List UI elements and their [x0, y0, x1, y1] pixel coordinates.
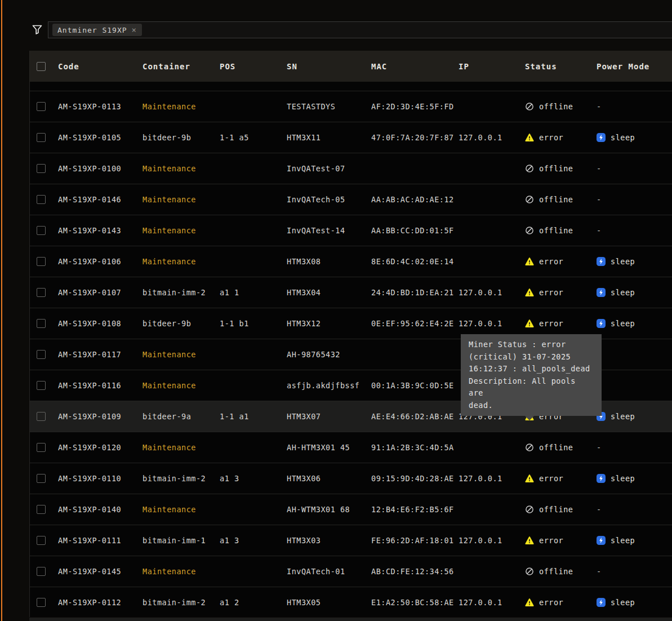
mac-address: AB:CD:FE:12:34:56 [371, 567, 459, 576]
serial-number: AH-HTM3X01_45 [287, 443, 371, 452]
row-checkbox[interactable] [37, 350, 46, 359]
mac-address: AA:BB:CC:DD:01:5F [371, 226, 459, 235]
row-checkbox-cell [30, 226, 58, 235]
table-row[interactable]: AM-S19XP-0100MaintenanceInvQATest-07offl… [30, 153, 672, 184]
container-name: bitmain-imm-1 [143, 536, 220, 545]
filter-funnel-icon[interactable] [31, 24, 43, 36]
row-checkbox[interactable] [37, 102, 46, 111]
table-row[interactable]: AM-S19XP-0113MaintenanceTESTASTDYSAF:2D:… [30, 91, 672, 122]
row-checkbox-cell [30, 536, 58, 545]
status-cell[interactable]: offline [525, 567, 597, 576]
pos-value: a1_3 [220, 474, 287, 483]
column-header-code: Code [58, 62, 143, 71]
status-label: error [539, 257, 563, 266]
table-row[interactable]: AM-S19XP-0145MaintenanceInvQATech-01AB:C… [30, 556, 672, 587]
row-checkbox[interactable] [37, 567, 46, 576]
power-mode-label: sleep [611, 412, 635, 421]
horizontal-scrollbar[interactable] [29, 618, 672, 621]
row-checkbox-cell [30, 257, 58, 266]
power-mode-cell: sleep [597, 412, 672, 421]
status-cell[interactable]: error [525, 474, 597, 483]
row-checkbox[interactable] [37, 288, 46, 297]
status-cell[interactable]: error [525, 598, 597, 607]
warning-triangle-icon [525, 257, 534, 266]
serial-number: HTM3X08 [287, 257, 371, 266]
header-checkbox-cell [30, 62, 58, 71]
row-checkbox[interactable] [37, 226, 46, 235]
row-checkbox[interactable] [37, 443, 46, 452]
chip-close-icon[interactable]: × [132, 26, 137, 34]
miner-code: AM-S19XP-0105 [58, 133, 143, 142]
tooltip-line: dead. [469, 400, 594, 412]
status-cell[interactable]: error [525, 288, 597, 297]
status-label: offline [539, 195, 573, 204]
mac-address: AA:AB:AC:AD:AE:12 [371, 195, 459, 204]
row-checkbox[interactable] [37, 598, 46, 607]
status-cell[interactable]: error [525, 319, 597, 328]
container-name: Maintenance [143, 195, 220, 204]
row-checkbox[interactable] [37, 133, 46, 142]
table-row[interactable]: AM-S19XP-0120MaintenanceAH-HTM3X01_4591:… [30, 432, 672, 463]
row-checkbox[interactable] [37, 505, 46, 514]
row-checkbox[interactable] [37, 257, 46, 266]
column-header-ip: IP [459, 62, 525, 71]
table-row[interactable]: AM-S19XP-0105bitdeer-9b1-1_a5HTM3X1147:0… [30, 122, 672, 153]
power-mode-empty: - [597, 443, 602, 452]
status-cell[interactable]: error [525, 133, 597, 142]
table-row[interactable]: AM-S19XP-0112bitmain-imm-2a1_2HTM3X05E1:… [30, 587, 672, 617]
miner-code: AM-S19XP-0111 [58, 536, 143, 545]
circle-slash-icon [525, 102, 534, 111]
power-mode-empty: - [597, 164, 602, 173]
row-checkbox-cell [30, 288, 58, 297]
pos-value: a1_3 [220, 536, 287, 545]
status-cell[interactable]: offline [525, 164, 597, 173]
power-mode-cell: - [597, 567, 672, 576]
row-checkbox[interactable] [37, 381, 46, 390]
select-all-checkbox[interactable] [37, 62, 46, 71]
table-row[interactable]: AM-S19XP-0111bitmain-imm-1a1_3HTM3X03FE:… [30, 525, 672, 556]
miner-code: AM-S19XP-0113 [58, 102, 143, 111]
table-row[interactable]: AM-S19XP-0110bitmain-imm-2a1_3HTM3X0609:… [30, 463, 672, 494]
table-row[interactable]: AM-S19XP-0140MaintenanceAH-WTM3X01_6812:… [30, 494, 672, 525]
row-checkbox[interactable] [37, 412, 46, 421]
status-label: error [539, 319, 563, 328]
circle-slash-icon [525, 443, 534, 452]
circle-slash-icon [525, 567, 534, 576]
serial-number: InvQATest-14 [287, 226, 371, 235]
status-cell[interactable]: offline [525, 226, 597, 235]
power-mode-cell: sleep [597, 288, 672, 297]
status-cell[interactable]: error [525, 536, 597, 545]
warning-triangle-icon [525, 288, 534, 297]
table-row[interactable]: AM-S19XP-0107bitmain-imm-2a1_1HTM3X0424:… [30, 277, 672, 308]
power-mode-cell: - [597, 226, 672, 235]
row-checkbox-cell [30, 102, 58, 111]
table-row[interactable]: AM-S19XP-0146MaintenanceInvQATech-05AA:A… [30, 184, 672, 215]
status-cell[interactable]: offline [525, 505, 597, 514]
row-checkbox[interactable] [37, 164, 46, 173]
row-checkbox[interactable] [37, 319, 46, 328]
status-cell[interactable]: offline [525, 102, 597, 111]
container-name: bitdeer-9a [143, 412, 220, 421]
table-row[interactable]: AM-S19XP-0143MaintenanceInvQATest-14AA:B… [30, 215, 672, 246]
filter-input[interactable]: Antminer S19XP × [48, 21, 672, 38]
status-cell[interactable]: error [525, 257, 597, 266]
container-name: Maintenance [143, 505, 220, 514]
table-header-row: CodeContainerPOSSNMACIPStatusPower Mode [30, 51, 672, 82]
status-label: error [539, 474, 563, 483]
status-cell[interactable]: offline [525, 443, 597, 452]
row-checkbox-cell [30, 598, 58, 607]
miner-code: AM-S19XP-0106 [58, 257, 143, 266]
lightning-bolt-icon [597, 288, 606, 297]
row-checkbox-cell [30, 319, 58, 328]
row-checkbox[interactable] [37, 195, 46, 204]
row-checkbox-cell [30, 133, 58, 142]
serial-number: HTM3X05 [287, 598, 371, 607]
table-row[interactable]: AM-S19XP-0106MaintenanceHTM3X088E:6D:4C:… [30, 246, 672, 277]
status-cell[interactable]: offline [525, 195, 597, 204]
serial-number: InvQATech-01 [287, 567, 371, 576]
warning-triangle-icon [525, 474, 534, 483]
row-checkbox[interactable] [37, 536, 46, 545]
row-checkbox[interactable] [37, 474, 46, 483]
serial-number: InvQATest-07 [287, 164, 371, 173]
serial-number: HTM3X11 [287, 133, 371, 142]
